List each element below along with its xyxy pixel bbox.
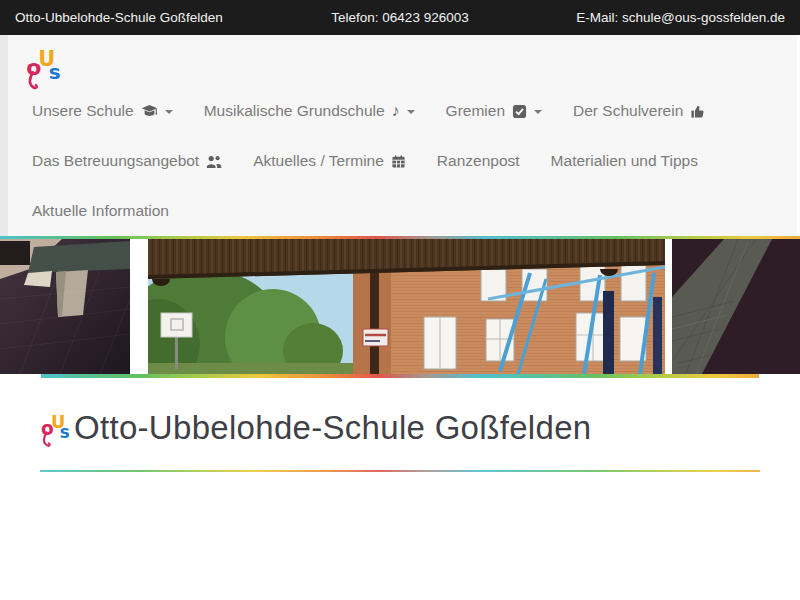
nav-row-2: Das Betreuungsangebot Aktuelles / Termin… — [17, 136, 797, 186]
chevron-down-icon — [165, 110, 173, 114]
nav-item-label: Materialien und Tipps — [551, 152, 698, 170]
hero-track — [0, 239, 800, 374]
nav-item-aktuelle-information[interactable]: Aktuelle Information — [32, 202, 169, 220]
nav-item-label: Unsere Schule — [32, 102, 134, 120]
page-title-row: o U s Otto-Ubbelohde-Schule Goßfelden — [40, 408, 760, 448]
ous-logo-icon: o U s — [40, 408, 70, 448]
chevron-down-icon — [407, 110, 415, 114]
nav-item-label: Das Betreuungsangebot — [32, 152, 199, 170]
music-note-icon: ♪ — [392, 103, 400, 119]
hero-carousel — [0, 236, 800, 378]
nav-item-das-betreuungsangebot[interactable]: Das Betreuungsangebot — [32, 152, 222, 170]
left-gutter — [0, 35, 8, 236]
users-icon — [206, 154, 222, 169]
site-logo[interactable]: o U s — [17, 35, 797, 86]
header: o U s Unsere Schule Mus — [0, 35, 800, 236]
nav-item-materialien-und-tipps[interactable]: Materialien und Tipps — [551, 152, 698, 170]
nav-item-musikalische-grundschule[interactable]: Musikalische Grundschule ♪ — [204, 102, 415, 120]
nav-row-3: Aktuelle Information — [17, 186, 797, 236]
nav-item-label: Aktuelles / Termine — [253, 152, 384, 170]
logo-letter-s: s — [60, 422, 70, 442]
hero-slide-pavement[interactable] — [672, 239, 800, 374]
nav-item-label: Der Schulverein — [573, 102, 683, 120]
nav-item-aktuelles-termine[interactable]: Aktuelles / Termine — [253, 152, 406, 170]
calendar-icon — [391, 154, 406, 169]
nav-item-label: Ranzenpost — [437, 152, 520, 170]
nav-item-label: Musikalische Grundschule — [204, 102, 385, 120]
graduation-cap-icon — [141, 104, 158, 119]
check-square-icon — [512, 104, 527, 119]
heading-rule — [40, 470, 760, 472]
page-title: Otto-Ubbelohde-Schule Goßfelden — [74, 409, 591, 447]
nav-item-ranzenpost[interactable]: Ranzenpost — [437, 152, 520, 170]
main-content: o U s Otto-Ubbelohde-Schule Goßfelden — [0, 378, 800, 472]
nav-row-1: Unsere Schule Musikalische Grundschule ♪ — [17, 86, 797, 136]
topbar-email: E-Mail: schule@ous-gossfelden.de — [513, 10, 785, 25]
hero-slide-school-building[interactable] — [148, 239, 665, 374]
logo-letter-s: s — [49, 61, 61, 84]
nav-panel: o U s Unsere Schule Mus — [8, 35, 797, 236]
schoolyard-table-tennis-image — [0, 239, 130, 374]
nav-item-unsere-schule[interactable]: Unsere Schule — [32, 102, 173, 120]
nav-item-label: Aktuelle Information — [32, 202, 169, 220]
nav-item-label: Gremien — [446, 102, 505, 120]
topbar: Otto-Ubbelohde-Schule Goßfelden Telefon:… — [0, 0, 800, 35]
thumbs-up-icon — [690, 104, 705, 119]
schoolyard-pavement-image — [672, 239, 800, 374]
topbar-phone: Telefon: 06423 926003 — [287, 10, 513, 25]
ous-logo-icon: o U s — [25, 44, 61, 90]
chevron-down-icon — [534, 110, 542, 114]
nav-item-der-schulverein[interactable]: Der Schulverein — [573, 102, 705, 120]
nav-item-gremien[interactable]: Gremien — [446, 102, 542, 120]
school-building-image — [148, 239, 665, 374]
topbar-site-name: Otto-Ubbelohde-Schule Goßfelden — [15, 10, 287, 25]
hero-slide-table-tennis[interactable] — [0, 239, 130, 374]
